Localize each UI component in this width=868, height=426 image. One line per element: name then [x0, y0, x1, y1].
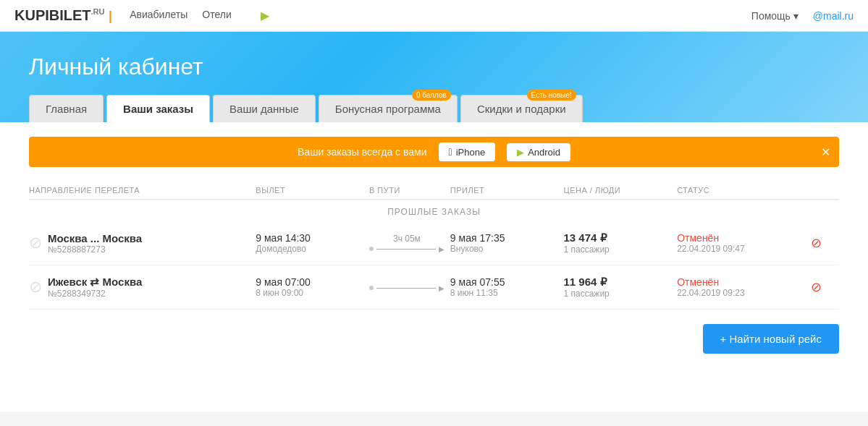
main-content: Ваши заказы всегда с вами  iPhone ▶ And… — [0, 122, 868, 412]
order-duration-cell-1: 3ч 05м ▶ — [369, 221, 450, 265]
col-header-direction: НАПРАВЛЕНИЕ ПЕРЕЛЕТА — [29, 182, 256, 200]
order-direction-2: Ижевск ⇄ Москва — [48, 276, 142, 289]
apple-icon:  — [449, 146, 452, 158]
col-header-status: СТАТУС — [677, 182, 806, 200]
order-depart-date-2: 9 мая 07:00 — [256, 276, 363, 288]
col-header-price: ЦЕНА / ЛЮДИ — [564, 182, 678, 200]
col-header-duration: В ПУТИ — [369, 182, 450, 200]
order-cancelled-icon-2: ⊘ — [29, 278, 42, 297]
table-row: ⊘ Москва ... Москва №5288887273 9 мая 14… — [29, 221, 839, 265]
order-action-cell-1: ⊘ — [806, 221, 839, 265]
banner-close-button[interactable]: ✕ — [821, 145, 830, 159]
nav-hotels[interactable]: Отели — [202, 9, 231, 22]
tab-data[interactable]: Ваши данные — [213, 95, 316, 122]
iphone-download-button[interactable]:  iPhone — [439, 142, 496, 161]
tab-bonus-label: Бонусная программа — [335, 103, 441, 115]
android-icon[interactable]: ▶ — [261, 9, 269, 22]
discounts-badge: Есть новые! — [527, 90, 576, 101]
tab-discounts-label: Скидки и подарки — [477, 103, 566, 115]
col-header-depart: ВЫЛЕТ — [256, 182, 369, 200]
order-duration-cell-2: ▶ — [369, 265, 450, 310]
tab-discounts[interactable]: Скидки и подарки Есть новые! — [460, 95, 583, 122]
order-arrive-date-1: 9 мая 17:35 — [450, 232, 558, 244]
order-price-1: 13 474 ₽ — [564, 231, 672, 244]
logo-text: KUPIBILET — [14, 7, 91, 23]
order-arrive-cell-2: 9 мая 07:55 8 июн 11:35 — [450, 265, 564, 310]
logo-ru: .RU — [91, 7, 105, 16]
order-status-1: Отменён — [677, 232, 801, 244]
flight-dash — [376, 249, 436, 250]
nav-flights[interactable]: Авиабилеты — [130, 9, 187, 22]
android-label: Android — [528, 147, 560, 158]
order-depart-date-1: 9 мая 14:30 — [256, 232, 363, 244]
flight-arrow-2: ▶ — [439, 284, 444, 292]
flight-dot-start-2 — [369, 286, 374, 290]
tab-orders[interactable]: Ваши заказы — [106, 95, 210, 122]
flight-line-1: ▶ — [369, 245, 444, 253]
order-price-cell-1: 13 474 ₽ 1 пассажир — [564, 221, 678, 265]
order-action-cell-2: ⊘ — [806, 265, 839, 310]
android-download-button[interactable]: ▶ Android — [507, 143, 570, 161]
order-arrive-airport-1: Внуково — [450, 244, 558, 254]
order-status-date-2: 22.04.2019 09:23 — [677, 288, 801, 298]
tab-home[interactable]: Главная — [29, 95, 104, 122]
order-duration-1: 3ч 05м — [369, 234, 444, 244]
order-passengers-1: 1 пассажир — [564, 244, 672, 255]
logo[interactable]: KUPIBILET.RU | — [14, 7, 112, 24]
order-status-cell-2: Отменён 22.04.2019 09:23 — [677, 265, 806, 310]
order-passengers-2: 1 пассажир — [564, 289, 672, 299]
help-button[interactable]: Помощь ▾ — [751, 10, 799, 22]
tab-bar: Главная Ваши заказы Ваши данные Бонусная… — [29, 95, 839, 122]
table-header-row: НАПРАВЛЕНИЕ ПЕРЕЛЕТА ВЫЛЕТ В ПУТИ ПРИЛЕТ… — [29, 182, 839, 200]
tab-bonus[interactable]: Бонусная программа 0 баллов — [319, 95, 458, 122]
past-orders-section-label: ПРОШЛЫЕ ЗАКАЗЫ — [29, 200, 839, 222]
order-price-2: 11 964 ₽ — [564, 276, 672, 289]
find-flight-button[interactable]: + Найти новый рейс — [703, 324, 839, 354]
order-arrive-airport-2: 8 июн 11:35 — [450, 288, 558, 298]
banner-text: Ваши заказы всегда с вами — [298, 146, 427, 158]
android-icon: ▶ — [517, 147, 524, 158]
flight-arrow: ▶ — [439, 245, 444, 253]
order-cancel-icon-2[interactable]: ⊘ — [811, 280, 822, 294]
order-arrive-date-2: 9 мая 07:55 — [450, 276, 558, 288]
col-header-arrive: ПРИЛЕТ — [450, 182, 564, 200]
bottom-actions: + Найти новый рейс — [29, 324, 839, 354]
orders-table: НАПРАВЛЕНИЕ ПЕРЕЛЕТА ВЫЛЕТ В ПУТИ ПРИЛЕТ… — [29, 182, 839, 310]
order-direction-cell-2: ⊘ Ижевск ⇄ Москва №5288349732 — [29, 265, 256, 310]
order-depart-airport-2: 8 июн 09:00 — [256, 288, 363, 298]
iphone-label: iPhone — [456, 147, 485, 158]
order-depart-airport-1: Домодедово — [256, 244, 363, 254]
main-nav: Авиабилеты Отели ▶ — [130, 9, 269, 22]
order-status-date-1: 22.04.2019 09:47 — [677, 244, 801, 254]
order-depart-cell-1: 9 мая 14:30 Домодедово — [256, 221, 369, 265]
flight-dash-2 — [376, 288, 436, 289]
hero-section: Личный кабинет Главная Ваши заказы Ваши … — [0, 32, 868, 122]
app-download-banner: Ваши заказы всегда с вами  iPhone ▶ And… — [29, 137, 839, 167]
header: KUPIBILET.RU | Авиабилеты Отели ▶ Помощь… — [0, 0, 868, 32]
user-menu[interactable]: @mail.ru — [813, 10, 854, 22]
bonus-badge: 0 баллов — [412, 90, 451, 101]
order-number-2: №5288349732 — [48, 289, 142, 299]
order-cancel-icon-1[interactable]: ⊘ — [811, 236, 822, 250]
order-cancelled-icon-1: ⊘ — [29, 234, 42, 252]
order-status-2: Отменён — [677, 276, 801, 288]
flight-dot-start — [369, 247, 374, 251]
flight-line-2: ▶ — [369, 284, 444, 292]
order-arrive-cell-1: 9 мая 17:35 Внуково — [450, 221, 564, 265]
order-depart-cell-2: 9 мая 07:00 8 июн 09:00 — [256, 265, 369, 310]
order-status-cell-1: Отменён 22.04.2019 09:47 — [677, 221, 806, 265]
order-number-1: №5288887273 — [48, 244, 142, 255]
page-title: Личный кабинет — [29, 54, 839, 80]
order-price-cell-2: 11 964 ₽ 1 пассажир — [564, 265, 678, 310]
order-direction-cell: ⊘ Москва ... Москва №5288887273 — [29, 221, 256, 265]
logo-dot: | — [109, 9, 112, 23]
header-right: Помощь ▾ @mail.ru — [751, 10, 854, 22]
order-direction-1: Москва ... Москва — [48, 232, 142, 244]
table-row: ⊘ Ижевск ⇄ Москва №5288349732 9 мая 07:0… — [29, 265, 839, 310]
